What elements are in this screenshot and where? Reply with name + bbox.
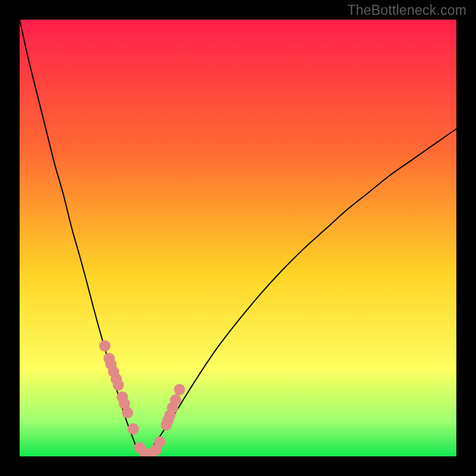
highlight-dot <box>127 423 139 434</box>
highlight-dot <box>154 436 165 447</box>
chart-frame: TheBottleneck.com <box>0 0 476 476</box>
highlight-dot <box>170 394 181 406</box>
plot-area <box>20 20 456 456</box>
watermark-text: TheBottleneck.com <box>347 2 466 18</box>
highlight-dot <box>122 407 133 418</box>
highlight-dot <box>112 380 124 391</box>
highlight-dot <box>99 340 111 352</box>
highlight-dot <box>174 384 185 395</box>
gradient-background <box>20 20 456 456</box>
bottleneck-chart <box>20 20 456 456</box>
